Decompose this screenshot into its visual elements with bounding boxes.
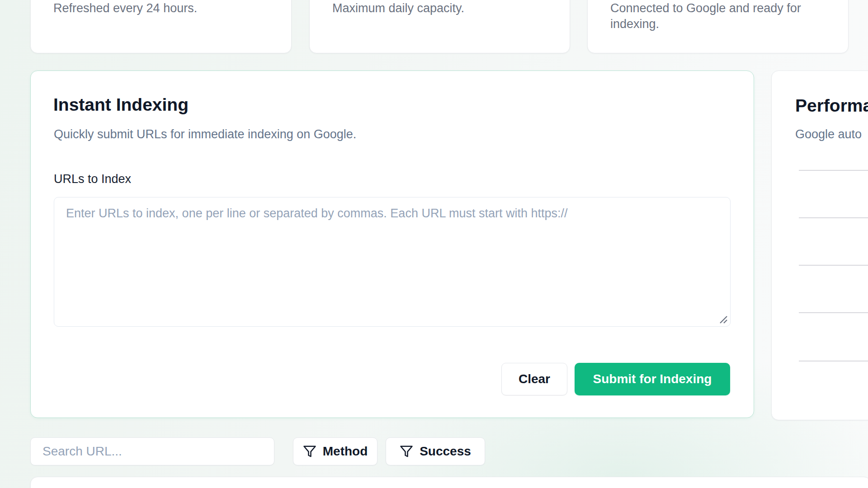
- method-filter-button[interactable]: Method: [293, 437, 377, 465]
- success-filter-label: Success: [420, 444, 471, 459]
- stat-card-connected-text: Connected to Google and ready for indexi…: [610, 1, 801, 31]
- funnel-icon: [303, 445, 316, 458]
- page: Refreshed every 24 hours. Maximum daily …: [0, 0, 868, 488]
- success-filter-button[interactable]: Success: [386, 437, 485, 465]
- submit-for-indexing-button[interactable]: Submit for Indexing: [575, 363, 730, 395]
- instant-indexing-subtitle: Quickly submit URLs for immediate indexi…: [54, 127, 356, 142]
- funnel-icon: [400, 445, 413, 458]
- clear-button[interactable]: Clear: [501, 363, 567, 395]
- chart-gridline: [799, 312, 868, 313]
- stat-card-connected: Connected to Google and ready for indexi…: [587, 0, 849, 53]
- results-card: [30, 477, 868, 488]
- urls-textarea-wrap: [54, 197, 731, 327]
- performance-card: Performance Google auto: [771, 70, 868, 420]
- search-url-input[interactable]: [30, 437, 274, 465]
- instant-indexing-title: Instant Indexing: [53, 94, 189, 116]
- stat-card-capacity: Maximum daily capacity.: [309, 0, 570, 53]
- chart-gridline: [799, 170, 868, 171]
- chart-gridline: [799, 265, 868, 266]
- chart-gridline: [799, 361, 868, 361]
- performance-subtitle: Google auto: [795, 127, 862, 142]
- stat-card-refresh-text: Refreshed every 24 hours.: [53, 1, 197, 15]
- urls-to-index-label: URLs to Index: [54, 171, 131, 187]
- urls-textarea[interactable]: [54, 197, 731, 327]
- actions-row: Clear Submit for Indexing: [501, 363, 730, 395]
- stat-card-capacity-text: Maximum daily capacity.: [332, 1, 464, 15]
- method-filter-label: Method: [323, 444, 368, 459]
- chart-gridline: [799, 217, 868, 218]
- stat-card-refresh: Refreshed every 24 hours.: [30, 0, 292, 53]
- resize-handle-icon[interactable]: [717, 314, 728, 324]
- performance-title: Performance: [795, 95, 868, 117]
- instant-indexing-card: Instant Indexing Quickly submit URLs for…: [30, 70, 754, 418]
